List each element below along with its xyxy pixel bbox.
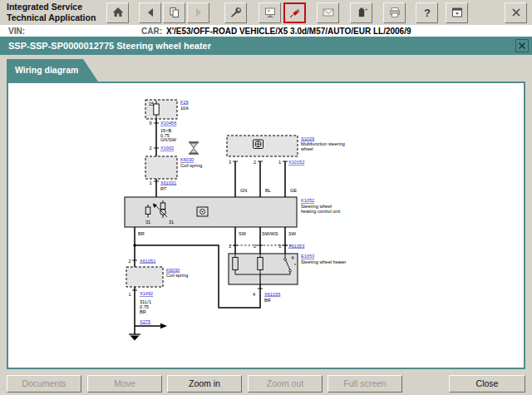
coil-spring-bottom-box [126,267,163,287]
document-close-button[interactable] [515,39,529,52]
document-title-bar: SSP-SSP-SP0000012775 Steering wheel heat… [0,37,532,55]
pin-number: 1 [149,180,151,185]
pages-icon [168,6,181,19]
heater-code-link[interactable]: E1053 [301,254,314,259]
wire-color-label: SW/WS [262,231,278,236]
hourglass-icon [189,142,199,154]
tab-wiring-diagram[interactable]: Wiring diagram [7,59,98,81]
pin-number: 4 [253,292,255,297]
ground-terminal-label: 31 [145,220,150,225]
ecu-name-line2: heating control unit [301,209,341,214]
ecu-code-link[interactable]: K1052 [301,198,314,203]
multifunction-steering-wheel-box [227,136,298,156]
toolbar-tools-button[interactable] [224,2,247,23]
wire-color-label: GN [240,188,247,193]
mfl-code-link[interactable]: S1029 [301,136,314,141]
vin-label: VIN: [8,27,25,36]
connector-link[interactable]: X10456 [160,121,176,126]
app-title-line1: Integrated Service [7,2,100,12]
close-icon [510,6,523,19]
pin-number: 1 [229,244,231,249]
coil-spring-top-box [145,156,177,179]
heater-name: Steering wheel heater [301,259,347,264]
pin-number: 2 [254,160,256,165]
fuse-terminal-label: 15 [149,101,154,106]
connector-link[interactable]: X1902 [160,146,174,151]
svg-text:+: + [364,7,367,12]
wire-color-label: BR [138,231,145,236]
zoom-out-button[interactable]: Zoom out [248,375,323,393]
toolbar-forward-button[interactable] [187,2,209,23]
pin-number: 1 [278,160,281,165]
pin-number: 3 [229,160,231,165]
fuse-code-link[interactable]: F29 [180,100,189,105]
toolbar-help-button[interactable]: ? [416,2,438,23]
document-title: SSP-SSP-SP0000012775 Steering wheel heat… [8,41,211,51]
fuse-rating-label: 10A [180,106,189,111]
toolbar-back-button[interactable] [139,2,161,23]
wiring-diagram-panel: 15 F29 10A 9 X10456 15<B 0.75 GN/SW 2 X1… [7,81,525,369]
connector-link[interactable]: X61051 [140,259,155,264]
wiring-diagram-canvas: 15 F29 10A 9 X10456 15<B 0.75 GN/SW 2 X1… [8,83,524,368]
monitor-icon [264,6,277,19]
pin-number: 3 [278,244,281,249]
connector-link[interactable]: X1492 [140,291,153,296]
back-arrow-icon [144,6,157,19]
wire-color-label: SW [288,231,297,236]
home-icon [111,6,125,19]
car-value: X'/E53/OFF-ROAD VEHICLE/X5 3.0d/M57/AUTO… [166,27,411,36]
coil-spring-name: Coil spring [166,273,188,278]
ground-arrow-icon [160,323,167,328]
pin-number: 2 [149,146,151,151]
question-mark-icon: ? [421,6,434,19]
pin-number: 2 [254,244,256,249]
toolbar-window-button[interactable] [446,2,468,23]
wire-color-label: GE [290,188,297,193]
thermal-switch-label: θ [292,255,294,260]
ground-symbol-icon [131,336,140,341]
app-title: Integrated Service Technical Application [0,2,100,23]
connector-link[interactable]: X61031 [160,180,176,185]
toolbar-connection-button[interactable] [283,2,306,23]
toolbar-mail-button[interactable] [317,2,339,23]
pin-number: 2 [128,259,131,264]
toolbar-home-button[interactable] [106,2,129,23]
car-label: CAR: [141,27,162,36]
tab-label: Wiring diagram [15,65,78,75]
toolbar-documents-button[interactable] [163,2,185,23]
wire-color-label: BR [264,298,271,303]
svg-text:?: ? [424,7,431,19]
close-button[interactable]: Close [449,375,525,393]
wire-color-label: SW [239,231,247,236]
toolbar-display-button[interactable] [259,2,281,23]
zoom-in-button[interactable]: Zoom in [167,375,242,393]
app-header: Integrated Service Technical Application… [0,0,532,25]
close-icon [517,41,527,51]
toolbar-print-button[interactable] [383,2,406,23]
wire-color-label: GN/SW [160,137,177,142]
footer-button-bar: Documents Move Zoom in Zoom out Full scr… [0,369,532,395]
wire-color-label: RT [160,186,167,191]
full-screen-button[interactable]: Full screen [328,375,402,393]
ground-point-link[interactable]: X275 [140,319,150,324]
toolbar-close-button[interactable] [505,2,527,23]
coil-spring-code-link[interactable]: K6030 [166,268,180,273]
coil-spring-code-link[interactable]: K6030 [180,157,194,162]
mfl-name-line2: wheel [300,146,313,151]
toolbar-battery-button[interactable]: + [350,2,372,23]
wire-color-label: BL [265,188,271,193]
battery-icon: + [355,6,368,19]
connector-link[interactable]: X10152 [288,160,304,165]
red-plug-icon [288,6,302,19]
coil-spring-name: Coil spring [180,163,202,168]
move-button[interactable]: Move [87,375,162,393]
connector-link[interactable]: X61035 [264,292,280,297]
pin-number: 1 [128,292,131,297]
printer-icon [388,6,401,19]
app-title-line2: Technical Application [7,12,100,23]
vehicle-info-bar: VIN: CAR: X'/E53/OFF-ROAD VEHICLE/X5 3.0… [0,25,532,37]
connector-link[interactable]: X61053 [288,244,304,249]
window-minimize-icon [451,6,464,19]
documents-button[interactable]: Documents [7,375,81,393]
pin-number: 9 [149,121,151,126]
